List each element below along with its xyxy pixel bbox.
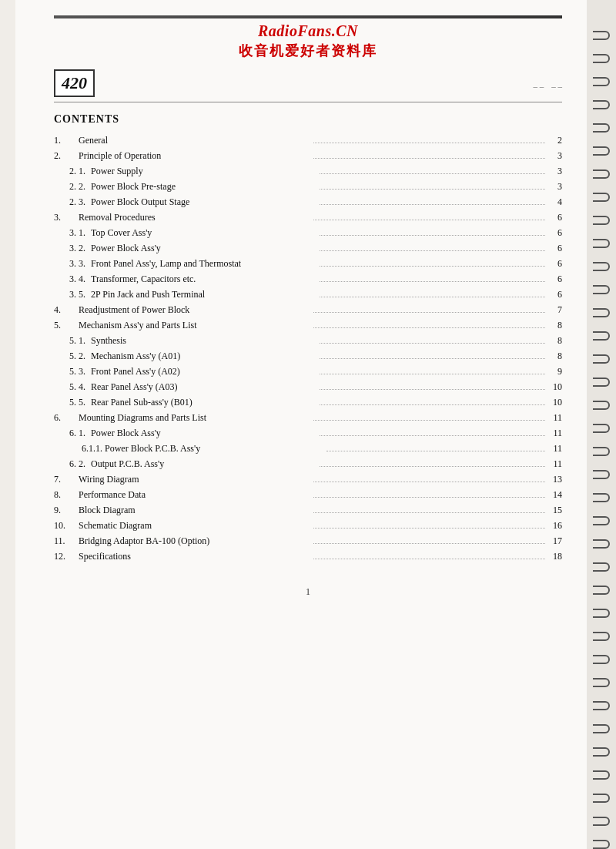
toc-page: 6	[548, 272, 562, 286]
toc-number: 9.	[54, 503, 79, 517]
spiral-ring	[593, 378, 610, 387]
page-number: 1	[54, 586, 562, 598]
spiral-ring	[593, 701, 610, 710]
toc-label: Readjustment of Power Block	[79, 303, 310, 317]
toc-item: 2. 2.Power Block Pre-stage3	[54, 180, 562, 193]
toc-page: 6	[548, 226, 562, 240]
toc-item: 12.Specifications18	[54, 549, 562, 563]
toc-dots	[313, 420, 545, 421]
logo-box: 420	[54, 69, 95, 97]
spiral-ring	[593, 655, 610, 664]
toc-dots	[320, 204, 545, 205]
toc-label: General	[79, 133, 310, 147]
toc-item: 10.Schematic Diagram16	[54, 518, 562, 532]
toc-page: 16	[548, 518, 562, 532]
toc-dots	[313, 220, 545, 220]
toc-label: Principle of Operation	[79, 149, 310, 163]
spiral-ring	[593, 424, 610, 433]
toc-number: 3. 2.	[69, 241, 91, 255]
toc-item: 2.Principle of Operation3	[54, 149, 562, 163]
toc-dots	[320, 281, 545, 282]
toc-item: 7.Wiring Diagram13	[54, 472, 562, 486]
toc-label: Front Panel Ass'y, Lamp and Thermostat	[91, 257, 316, 270]
spiral-ring	[593, 77, 610, 86]
toc-number: 5. 2.	[69, 349, 91, 363]
spiral-ring	[593, 401, 610, 410]
toc-page: 14	[548, 488, 562, 502]
toc-item: 6. 1.Power Block Ass'y11	[54, 426, 562, 440]
toc-page: 6	[548, 257, 562, 270]
toc-number: 12.	[54, 549, 79, 563]
toc-dots	[313, 512, 545, 513]
toc-dots	[313, 327, 545, 328]
toc-number: 6.	[54, 411, 79, 424]
spiral-ring	[593, 470, 610, 479]
toc-page: 3	[548, 149, 562, 163]
toc-item: 11.Bridging Adaptor BA-100 (Option)17	[54, 534, 562, 548]
toc-label: Rear Panel Sub-ass'y (B01)	[91, 395, 316, 409]
toc-number: 2. 3.	[69, 195, 91, 209]
spiral-ring	[593, 562, 610, 572]
spiral-ring	[593, 632, 610, 641]
toc-page: 11	[548, 441, 562, 455]
toc-number: 4.	[54, 303, 79, 317]
toc-item: 5. 4.Rear Panel Ass'y (A03)10	[54, 380, 562, 394]
toc-dots	[313, 528, 545, 529]
toc-dots	[320, 235, 545, 236]
toc-number: 3. 5.	[69, 287, 91, 301]
logo-number: 420	[62, 73, 87, 93]
toc-label: Transformer, Capacitors etc.	[91, 272, 316, 286]
toc-page: 17	[548, 534, 562, 548]
toc-label: Top Cover Ass'y	[91, 226, 316, 240]
page-indicators: _ _ _ _	[534, 79, 563, 88]
toc-page: 8	[548, 334, 562, 347]
toc-label: Front Panel Ass'y (A02)	[91, 364, 316, 378]
spiral-ring	[593, 794, 610, 803]
indicator-1: _ _	[534, 79, 544, 88]
spiral-ring	[593, 840, 610, 849]
spiral-ring	[593, 539, 610, 549]
toc-page: 2	[548, 133, 562, 147]
spiral-ring	[593, 447, 610, 456]
toc-label: Performance Data	[79, 488, 310, 502]
toc-number: 5. 5.	[69, 395, 91, 409]
toc-item: 6. 2.Output P.C.B. Ass'y11	[54, 457, 562, 471]
spiral-ring	[593, 239, 610, 248]
toc-dots	[320, 297, 545, 297]
toc-label: Block Diagram	[79, 503, 310, 517]
contents-heading: CONTENTS	[54, 113, 562, 126]
spiral-ring	[593, 817, 610, 826]
toc-label: Mounting Diagrams and Parts List	[79, 411, 310, 424]
toc-dots	[320, 189, 545, 190]
toc-label: Power Block Ass'y	[91, 241, 316, 255]
page: RadioFans.CN 收音机爱好者资料库 420 _ _ _ _ CONTE…	[15, 0, 601, 849]
toc-dots	[320, 435, 545, 436]
spiral-ring	[593, 123, 610, 133]
spiral-binding	[587, 0, 616, 849]
logo-row: 420 _ _ _ _	[54, 69, 562, 97]
spiral-ring	[593, 54, 610, 63]
toc-dots	[320, 374, 545, 374]
spiral-ring	[593, 100, 610, 109]
toc-label: Rear Panel Ass'y (A03)	[91, 380, 316, 394]
spiral-ring	[593, 146, 610, 156]
toc-page: 15	[548, 503, 562, 517]
toc-label: Removal Procedures	[79, 210, 310, 224]
toc-number: 5. 4.	[69, 380, 91, 394]
toc-label: Power Supply	[91, 164, 316, 178]
toc-page: 11	[548, 426, 562, 440]
toc-dots	[313, 559, 545, 559]
toc-label: Bridging Adaptor BA-100 (Option)	[79, 534, 310, 548]
toc-item: 3. 4.Transformer, Capacitors etc.6	[54, 272, 562, 286]
toc-label: Mechanism Ass'y and Parts List	[79, 318, 310, 332]
toc-label: Wiring Diagram	[79, 472, 310, 486]
toc-page: 9	[548, 364, 562, 378]
toc-label: Specifications	[79, 549, 310, 563]
toc-dots	[313, 143, 545, 143]
indicator-2: _ _	[551, 79, 562, 88]
toc-number: 3. 4.	[69, 272, 91, 286]
toc-item: 3. 5.2P Pin Jack and Push Terminal6	[54, 287, 562, 301]
toc-number: 6. 1.	[69, 426, 91, 440]
spiral-ring	[593, 331, 610, 341]
toc-item: 1.General2	[54, 133, 562, 147]
